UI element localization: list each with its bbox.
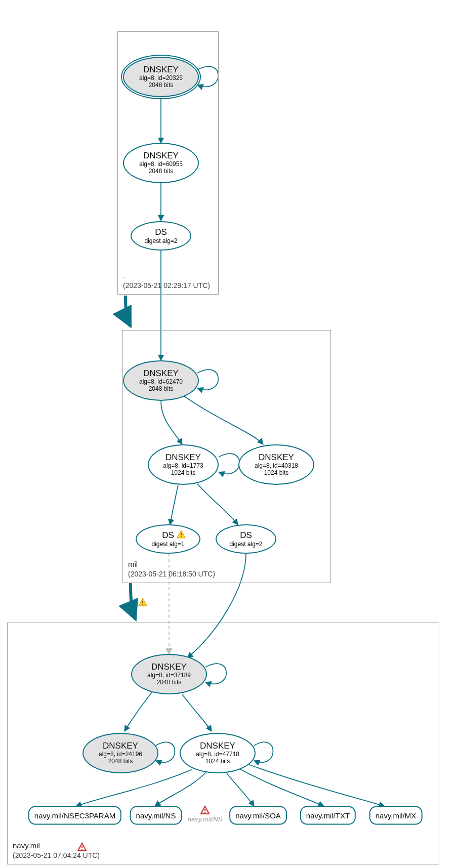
record-soa[interactable]: navy.mil/SOA	[229, 806, 287, 825]
node-navy-ksk2[interactable]: DNSKEY alg=8, id=24196 2048 bits	[82, 733, 158, 773]
svg-rect-5	[142, 604, 143, 605]
node-title: DNSKEY	[84, 741, 157, 751]
node-line1: alg=8, id=62470	[124, 379, 198, 386]
node-mil-zsk[interactable]: DNSKEY alg=8, id=1773 1024 bits	[148, 444, 219, 485]
node-line1: digest alg=1	[137, 541, 199, 548]
record-txt[interactable]: navy.mil/TXT	[300, 806, 356, 825]
error-icon	[200, 805, 210, 815]
node-title: DNSKEY	[124, 65, 198, 75]
node-title: DNSKEY	[149, 452, 218, 463]
node-line2: 1024 bits	[181, 758, 255, 765]
record-ns-faded: navy.mil/NS	[188, 815, 222, 823]
node-title: DNSKEY	[124, 368, 198, 379]
record-ns[interactable]: navy.mil/NS	[130, 806, 182, 825]
node-line2: 2048 bits	[84, 758, 157, 765]
node-line1: digest alg=2	[217, 541, 275, 548]
node-line1: alg=8, id=24196	[84, 751, 157, 758]
node-line1: alg=8, id=37189	[132, 672, 206, 679]
node-line1: alg=8, id=40318	[239, 463, 313, 470]
svg-rect-8	[81, 846, 82, 848]
node-title: DNSKEY	[239, 452, 313, 463]
node-mil-ds2[interactable]: DS digest alg=2	[216, 524, 276, 554]
node-line2: 2048 bits	[124, 168, 198, 175]
node-navy-zsk[interactable]: DNSKEY alg=8, id=47718 1024 bits	[180, 733, 256, 773]
svg-rect-4	[142, 601, 143, 603]
svg-rect-6	[204, 809, 205, 811]
node-title: DS	[217, 530, 275, 541]
ds-text: DS	[162, 530, 174, 540]
node-title: DNSKEY	[124, 151, 198, 161]
node-line1: alg=8, id=60955	[124, 161, 198, 168]
node-line2: 1024 bits	[239, 470, 313, 477]
node-mil-zsk2[interactable]: DNSKEY alg=8, id=40318 1024 bits	[238, 444, 314, 485]
node-line2: 2048 bits	[124, 386, 198, 393]
node-mil-ksk[interactable]: DNSKEY alg=8, id=62470 2048 bits	[123, 360, 199, 401]
zone-root-timestamp: (2023-05-21 02:29:17 UTC)	[123, 281, 210, 290]
error-icon	[77, 842, 87, 852]
node-navy-ksk[interactable]: DNSKEY alg=8, id=37189 2048 bits	[131, 654, 207, 694]
node-root-ds[interactable]: DS digest alg=2	[131, 221, 191, 251]
zone-mil-timestamp: (2023-05-21 06:18:50 UTC)	[128, 569, 215, 578]
node-title: DS	[137, 530, 199, 541]
node-root-zsk[interactable]: DNSKEY alg=8, id=60955 2048 bits	[123, 143, 199, 183]
svg-rect-2	[181, 533, 182, 535]
node-line2: 2048 bits	[124, 82, 198, 89]
warning-icon	[138, 597, 148, 607]
node-title: DS	[132, 227, 190, 237]
svg-rect-7	[204, 812, 205, 813]
record-mx[interactable]: navy.mil/MX	[369, 806, 423, 825]
node-line2: 2048 bits	[132, 679, 206, 686]
node-mil-ds1[interactable]: DS digest alg=1	[136, 524, 200, 554]
node-title: DNSKEY	[132, 662, 206, 672]
record-nsec3param[interactable]: navy.mil/NSEC3PARAM	[28, 806, 121, 825]
node-line1: alg=8, id=1773	[149, 463, 218, 470]
zone-root-label: . (2023-05-21 02:29:17 UTC)	[123, 271, 210, 290]
dnssec-graph: . (2023-05-21 02:29:17 UTC) mil (2023-05…	[0, 0, 457, 868]
node-line1: alg=8, id=20326	[124, 75, 198, 82]
warning-icon	[176, 529, 186, 540]
node-line1: digest alg=2	[132, 237, 190, 244]
svg-rect-3	[181, 536, 182, 538]
node-line1: alg=8, id=47718	[181, 751, 255, 758]
node-title: DNSKEY	[181, 741, 255, 751]
zone-root-name: .	[123, 271, 210, 281]
zone-mil-label: mil (2023-05-21 06:18:50 UTC)	[128, 559, 215, 578]
svg-rect-9	[81, 849, 82, 850]
node-line2: 1024 bits	[149, 470, 218, 477]
zone-mil-name: mil	[128, 559, 215, 569]
node-root-ksk[interactable]: DNSKEY alg=8, id=20326 2048 bits	[123, 57, 199, 97]
